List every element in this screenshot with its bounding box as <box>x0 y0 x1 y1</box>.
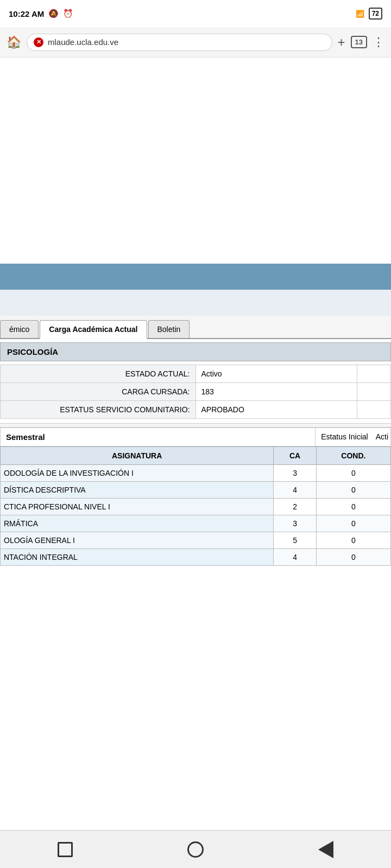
status-right: 📶 72 <box>356 8 382 20</box>
separator <box>0 423 391 427</box>
info-row-carga: CARGA CURSADA: 183 <box>1 383 391 401</box>
status-left: 10:22 AM 🔕 ⏰ <box>9 9 73 18</box>
section-header: PSICOLOGÍA <box>0 342 391 361</box>
subject-ca: 4 <box>274 549 316 566</box>
table-row: CTICA PROFESIONAL NIVEL I 2 0 <box>1 499 391 515</box>
more-menu-button[interactable]: ⋮ <box>373 35 384 49</box>
semester-label: Semestral <box>1 428 316 446</box>
estatus-label: Estatus Inicial <box>316 428 373 446</box>
tab-academico[interactable]: émico <box>0 320 39 338</box>
square-icon <box>58 842 73 857</box>
blue-header-bar <box>0 264 391 290</box>
subject-name: ODOLOGÍA DE LA INVESTIGACIÓN I <box>1 465 274 482</box>
tab-carga-academica[interactable]: Carga Académica Actual <box>40 320 147 339</box>
estado-label: ESTADO ACTUAL: <box>1 365 196 383</box>
subject-ca: 2 <box>274 499 316 515</box>
subject-name: RMÁTICA <box>1 515 274 532</box>
subject-cond: 0 <box>316 549 390 566</box>
asignatura-header: ASIGNATURA <box>1 447 274 465</box>
subject-cond: 0 <box>316 515 390 532</box>
subject-ca: 5 <box>274 532 316 549</box>
subject-table: ASIGNATURA CA COND. ODOLOGÍA DE LA INVES… <box>0 446 391 566</box>
home-button[interactable] <box>179 836 212 863</box>
info-row-servicio: ESTATUS SERVICIO COMUNITARIO: APROBADO <box>1 401 391 419</box>
carga-label: CARGA CURSADA: <box>1 383 196 401</box>
alarm-icon: ⏰ <box>63 9 73 18</box>
status-bar: 10:22 AM 🔕 ⏰ 📶 72 <box>0 0 391 27</box>
tab-boletin[interactable]: Boletin <box>148 320 190 338</box>
table-row: ODOLOGÍA DE LA INVESTIGACIÓN I 3 0 <box>1 465 391 482</box>
tabs-count[interactable]: 13 <box>351 36 367 48</box>
acti-label: Acti <box>374 428 390 446</box>
servicio-value: APROBADO <box>195 401 357 419</box>
cond-header: COND. <box>316 447 390 465</box>
nav-spacer <box>0 566 391 609</box>
subject-cond: 0 <box>316 499 390 515</box>
semester-row: Semestral Estatus Inicial Acti <box>0 427 391 446</box>
mute-icon: 🔕 <box>48 9 59 18</box>
signal-icon: 📶 <box>356 10 364 18</box>
browser-bar: 🏠 ✕ mlaude.ucla.edu.ve + 13 ⋮ <box>0 27 391 58</box>
subject-ca: 3 <box>274 515 316 532</box>
subject-name: DÍSTICA DESCRIPTIVA <box>1 482 274 499</box>
ca-header: CA <box>274 447 316 465</box>
info-row-estado: ESTADO ACTUAL: Activo <box>1 365 391 383</box>
url-text: mlaude.ucla.edu.ve <box>48 37 118 47</box>
subject-ca: 3 <box>274 465 316 482</box>
table-row: RMÁTICA 3 0 <box>1 515 391 532</box>
subject-cond: 0 <box>316 465 390 482</box>
servicio-label: ESTATUS SERVICIO COMUNITARIO: <box>1 401 196 419</box>
home-icon[interactable]: 🏠 <box>7 35 21 49</box>
tabs-row: émico Carga Académica Actual Boletin <box>0 316 391 339</box>
estado-value: Activo <box>195 365 357 383</box>
table-row: NTACIÓN INTEGRAL 4 0 <box>1 549 391 566</box>
table-row: DÍSTICA DESCRIPTIVA 4 0 <box>1 482 391 499</box>
subject-name: CTICA PROFESIONAL NIVEL I <box>1 499 274 515</box>
battery-display: 72 <box>369 8 382 20</box>
circle-icon <box>187 841 204 858</box>
subject-cond: 0 <box>316 532 390 549</box>
close-tab-button[interactable]: ✕ <box>34 37 43 47</box>
back-arrow-icon <box>318 841 333 858</box>
info-table: ESTADO ACTUAL: Activo CARGA CURSADA: 183… <box>0 365 391 419</box>
light-gray-bar <box>0 290 391 316</box>
table-header-row: ASIGNATURA CA COND. <box>1 447 391 465</box>
table-row: OLOGÍA GENERAL I 5 0 <box>1 532 391 549</box>
subject-cond: 0 <box>316 482 390 499</box>
new-tab-button[interactable]: + <box>338 35 345 50</box>
subject-name: NTACIÓN INTEGRAL <box>1 549 274 566</box>
back-button[interactable] <box>310 836 342 863</box>
bottom-nav-bar <box>0 830 391 868</box>
subject-ca: 4 <box>274 482 316 499</box>
subject-name: OLOGÍA GENERAL I <box>1 532 274 549</box>
white-space <box>0 58 391 264</box>
time-display: 10:22 AM <box>9 9 44 18</box>
carga-value: 183 <box>195 383 357 401</box>
stop-button[interactable] <box>49 836 81 863</box>
url-bar[interactable]: ✕ mlaude.ucla.edu.ve <box>27 34 332 51</box>
content-area: émico Carga Académica Actual Boletin PSI… <box>0 58 391 566</box>
